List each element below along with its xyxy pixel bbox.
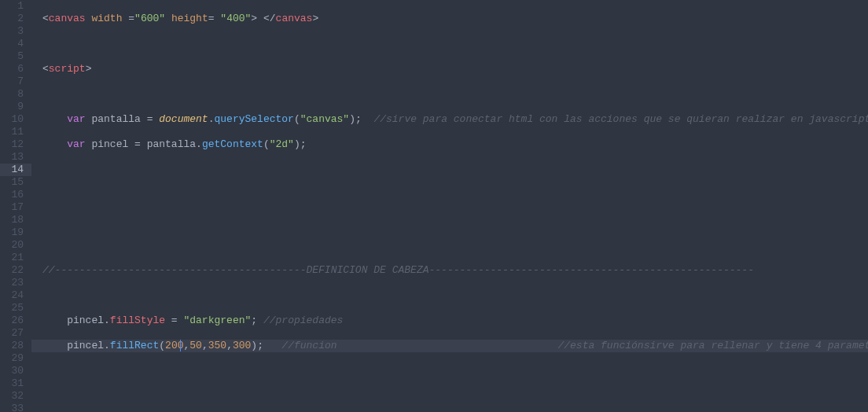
- code-line: pincel.fillStyle = "darkgreen"; //propie…: [42, 315, 868, 327]
- code-line: [42, 289, 868, 302]
- code-line: <canvas width ="600" height= "400"> </ca…: [42, 13, 868, 25]
- code-line: [42, 88, 868, 101]
- code-line: [42, 214, 868, 226]
- code-line: [42, 38, 868, 50]
- code-line: [42, 189, 868, 201]
- code-line: var pincel = pantalla.getContext("2d");: [42, 138, 868, 151]
- code-line: [42, 239, 868, 252]
- code-line: [42, 365, 868, 377]
- code-line: var pantalla = document.querySelector("c…: [42, 113, 868, 126]
- code-line: <script>: [42, 63, 868, 75]
- code-line-active: pincel.fillRect(200,50,350,300); //funci…: [31, 340, 868, 352]
- code-line: [42, 164, 868, 176]
- code-line: //--------------------------------------…: [42, 264, 868, 277]
- line-number-gutter: 1234567891011121314151617181920212223242…: [0, 0, 31, 412]
- code-content[interactable]: <canvas width ="600" height= "400"> </ca…: [31, 0, 868, 412]
- code-line: [42, 390, 868, 403]
- code-editor[interactable]: 1234567891011121314151617181920212223242…: [0, 0, 868, 412]
